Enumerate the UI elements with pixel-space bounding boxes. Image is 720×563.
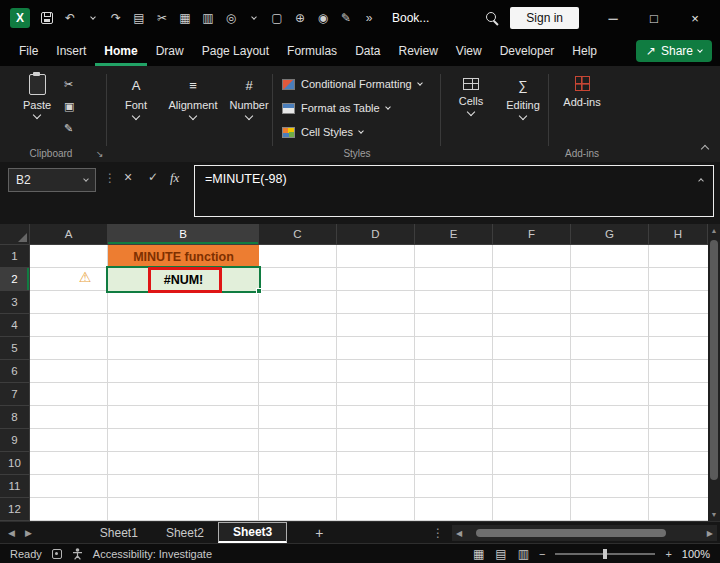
cut-icon[interactable]: ✂: [156, 11, 168, 25]
tab-help[interactable]: Help: [563, 36, 606, 66]
collapse-ribbon-icon[interactable]: [702, 138, 708, 156]
row-header-11[interactable]: 11: [0, 475, 30, 498]
alignment-group-button[interactable]: ≡ Alignment: [164, 78, 222, 119]
cells-group-button[interactable]: Cells: [448, 78, 494, 115]
column-header-e[interactable]: E: [415, 224, 493, 245]
editing-group-button[interactable]: ∑ Editing: [500, 78, 546, 119]
attach-icon[interactable]: ⊕: [294, 11, 306, 25]
camera-icon[interactable]: ◉: [317, 11, 329, 25]
name-box[interactable]: B2: [8, 168, 96, 192]
normal-view-icon[interactable]: ▦: [473, 547, 484, 561]
horizontal-scrollbar-track[interactable]: [466, 525, 703, 541]
row-header-5[interactable]: 5: [0, 337, 30, 360]
sheet-scroll-left-icon[interactable]: ◀: [8, 528, 15, 538]
copy-icon[interactable]: ▤: [133, 11, 145, 25]
row-header-9[interactable]: 9: [0, 429, 30, 452]
row-header-4[interactable]: 4: [0, 314, 30, 337]
cancel-icon[interactable]: ×: [124, 169, 132, 185]
page-break-view-icon[interactable]: ▥: [518, 547, 529, 561]
zoom-slider[interactable]: [555, 553, 655, 555]
row-header-2[interactable]: 2: [0, 268, 30, 291]
excel-logo-icon[interactable]: X: [10, 8, 30, 28]
maximize-button[interactable]: □: [639, 11, 669, 26]
row-header-6[interactable]: 6: [0, 360, 30, 383]
touch-mode-icon[interactable]: ◎: [225, 11, 237, 25]
sheet-tab-sheet2[interactable]: Sheet2: [152, 522, 218, 543]
cells-area[interactable]: MINUTE function #NUM! ⚠: [30, 245, 708, 521]
paste-button[interactable]: Paste: [16, 74, 58, 146]
vertical-scrollbar-thumb[interactable]: [710, 240, 718, 480]
formula-bar-grip-icon[interactable]: ⋮: [104, 171, 116, 185]
tab-home[interactable]: Home: [95, 36, 146, 66]
column-header-f[interactable]: F: [493, 224, 571, 245]
zoom-out-icon[interactable]: −: [539, 548, 545, 560]
draw-icon[interactable]: ✎: [340, 11, 352, 25]
new-file-icon[interactable]: ▢: [271, 11, 283, 25]
scroll-right-icon[interactable]: ▶: [703, 529, 717, 538]
copy-button[interactable]: ▣: [64, 100, 74, 113]
clipboard-dialog-launcher-icon[interactable]: ↘: [96, 149, 104, 159]
minimize-button[interactable]: ─: [598, 11, 628, 26]
undo-dropdown-icon[interactable]: [87, 18, 99, 19]
add-sheet-button[interactable]: +: [315, 525, 323, 541]
font-group-button[interactable]: A Font: [112, 78, 160, 119]
sheet-tab-sheet3[interactable]: Sheet3: [218, 522, 287, 543]
tab-file[interactable]: File: [10, 36, 47, 66]
share-button[interactable]: ↗ Share: [636, 40, 712, 62]
zoom-slider-thumb[interactable]: [603, 549, 607, 559]
spreadsheet-grid[interactable]: A B C D E F G H 1 2 3 4 5 6 7 8 9 10 11 …: [0, 224, 708, 521]
vertical-scrollbar[interactable]: ▲ ▼: [708, 224, 720, 521]
row-header-8[interactable]: 8: [0, 406, 30, 429]
fill-handle[interactable]: [256, 288, 262, 294]
enter-icon[interactable]: ✓: [148, 170, 158, 184]
tab-formulas[interactable]: Formulas: [278, 36, 346, 66]
scroll-left-icon[interactable]: ◀: [452, 529, 466, 538]
sheet-options-icon[interactable]: ⋮: [432, 526, 444, 540]
zoom-in-icon[interactable]: +: [665, 548, 671, 560]
tab-developer[interactable]: Developer: [491, 36, 564, 66]
formula-input[interactable]: =MINUTE(-98): [194, 165, 714, 217]
conditional-formatting-button[interactable]: Conditional Formatting: [282, 78, 422, 90]
more-commands-icon[interactable]: »: [363, 11, 375, 25]
format-as-table-button[interactable]: Format as Table: [282, 102, 390, 114]
sheet-scroll-right-icon[interactable]: ▶: [25, 528, 32, 538]
scroll-down-icon[interactable]: ▼: [708, 511, 720, 518]
page-layout-view-icon[interactable]: ▤: [495, 547, 506, 561]
tab-data[interactable]: Data: [346, 36, 389, 66]
cell-b1[interactable]: MINUTE function: [108, 245, 259, 268]
close-button[interactable]: ×: [680, 11, 710, 26]
tab-draw[interactable]: Draw: [147, 36, 193, 66]
print-icon[interactable]: ▥: [202, 11, 214, 25]
search-icon[interactable]: [486, 12, 499, 25]
column-header-h[interactable]: H: [649, 224, 708, 245]
macro-record-icon[interactable]: [52, 549, 62, 559]
row-header-12[interactable]: 12: [0, 498, 30, 521]
redo-icon[interactable]: ↷: [110, 11, 122, 25]
add-ins-button[interactable]: Add-ins: [556, 76, 608, 108]
collapse-formula-bar-icon[interactable]: [698, 178, 704, 184]
zoom-level[interactable]: 100%: [682, 548, 710, 560]
insert-function-icon[interactable]: fx: [170, 170, 179, 186]
accessibility-status[interactable]: Accessibility: Investigate: [93, 548, 212, 560]
sign-in-button[interactable]: Sign in: [510, 7, 579, 29]
column-header-c[interactable]: C: [259, 224, 337, 245]
accessibility-icon[interactable]: [72, 548, 83, 560]
horizontal-scrollbar[interactable]: ◀ ▶: [452, 525, 717, 541]
row-header-7[interactable]: 7: [0, 383, 30, 406]
row-header-10[interactable]: 10: [0, 452, 30, 475]
error-warning-icon[interactable]: ⚠: [76, 268, 94, 286]
select-all-corner[interactable]: [0, 224, 30, 245]
format-painter-button[interactable]: ✎: [64, 122, 74, 135]
save-icon[interactable]: [41, 12, 53, 24]
touch-mode-dropdown-icon[interactable]: [248, 18, 260, 19]
column-header-d[interactable]: D: [337, 224, 415, 245]
horizontal-scrollbar-thumb[interactable]: [476, 529, 666, 537]
column-header-a[interactable]: A: [30, 224, 108, 245]
number-group-button[interactable]: # Number: [226, 78, 272, 119]
tab-view[interactable]: View: [447, 36, 491, 66]
cell-styles-button[interactable]: Cell Styles: [282, 126, 363, 138]
column-header-b[interactable]: B: [108, 224, 259, 245]
cut-button[interactable]: ✂: [64, 78, 74, 91]
undo-icon[interactable]: ↶: [64, 11, 76, 25]
row-header-3[interactable]: 3: [0, 291, 30, 314]
